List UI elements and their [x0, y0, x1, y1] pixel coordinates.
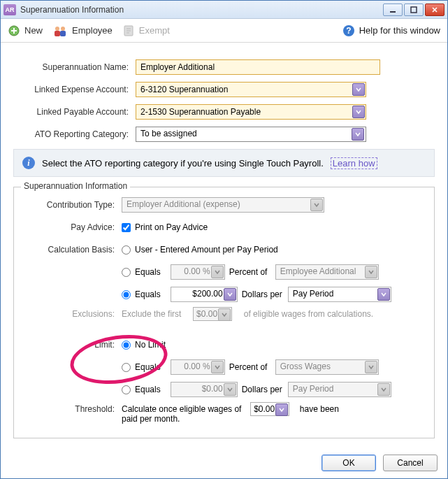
dollars-per-select[interactable]: Pay Period — [288, 287, 391, 302]
svg-rect-4 — [55, 31, 60, 36]
chevron-down-icon[interactable] — [224, 288, 236, 301]
threshold-amount-input[interactable]: $0.00 — [250, 402, 289, 416]
app-icon: AR — [3, 4, 16, 15]
chevron-down-icon[interactable] — [352, 106, 365, 118]
linked-expense-label: Linked Expense Account: — [13, 85, 136, 94]
limit-percent-input: 0.00 % — [171, 359, 225, 375]
exclude-first-text: Exclude the first — [122, 309, 181, 319]
svg-text:?: ? — [346, 26, 351, 36]
svg-rect-1 — [411, 7, 417, 13]
calc-user-label: User - Entered Amount per Pay Period — [135, 245, 278, 255]
no-limit-radio[interactable]: No Limit — [122, 340, 166, 350]
cancel-button[interactable]: Cancel — [383, 455, 438, 471]
chevron-down-icon — [211, 361, 224, 373]
ato-value: To be assigned — [140, 129, 197, 138]
exclude-amount-input: $0.00 — [193, 307, 232, 321]
radio-limit-pct[interactable] — [122, 363, 131, 372]
threshold-text-1: Calculate once eligible wages of — [122, 404, 241, 414]
exclude-suffix: of eligible wages from calculations. — [244, 309, 373, 319]
limit-percent-of-label: Percent of — [225, 362, 275, 372]
percent-of-select: Employee Additional — [275, 264, 379, 280]
chevron-down-icon — [377, 383, 390, 396]
new-button[interactable]: New — [8, 24, 43, 37]
help-button[interactable]: ? Help for this window — [342, 24, 440, 37]
info-icon: i — [22, 157, 35, 169]
footer: OK Cancel — [321, 455, 438, 471]
titlebar: AR Superannuation Information — [1, 1, 447, 19]
help-label: Help for this window — [359, 25, 440, 36]
radio-equals-pct[interactable] — [122, 268, 131, 277]
chevron-down-icon[interactable] — [377, 288, 390, 301]
close-button[interactable] — [425, 3, 445, 16]
equals-lbl-1: Equals — [135, 267, 161, 277]
info-banner: i Select the ATO reporting category if y… — [13, 149, 435, 177]
linked-payable-input[interactable] — [136, 104, 366, 120]
print-check-label: Print on Pay Advice — [135, 222, 208, 232]
chevron-down-icon — [365, 266, 377, 278]
chevron-down-icon[interactable] — [275, 403, 288, 416]
threshold-text-3: paid per month. — [122, 414, 180, 424]
limit-dollars-per-label: Dollars per — [238, 385, 288, 394]
limit-equals-pct-radio[interactable]: Equals — [122, 362, 161, 372]
employee-button[interactable]: Employee — [52, 24, 113, 37]
maximize-button[interactable] — [404, 3, 424, 16]
plus-icon — [8, 24, 20, 37]
svg-point-5 — [61, 27, 65, 31]
pay-advice-label: Pay Advice: — [24, 222, 122, 232]
print-checkbox[interactable] — [122, 223, 131, 232]
super-info-group: Superannuation Information Contribution … — [13, 187, 435, 438]
radio-equals-amt[interactable] — [122, 290, 131, 299]
threshold-label: Threshold: — [24, 404, 122, 414]
equals-lbl-3: Equals — [135, 362, 161, 372]
limit-equals-amt-radio[interactable]: Equals — [122, 385, 161, 394]
contribution-type-label: Contribution Type: — [24, 200, 122, 210]
new-label: New — [24, 25, 43, 36]
exempt-label: Exempt — [139, 25, 170, 36]
amount-input[interactable]: $200.00 — [171, 287, 238, 302]
threshold-text-2: have been — [300, 404, 339, 414]
print-on-pay-advice-checkbox[interactable]: Print on Pay Advice — [122, 222, 208, 232]
svg-rect-6 — [60, 31, 66, 36]
chevron-down-icon[interactable] — [352, 83, 365, 96]
contribution-type-select: Employer Additional (expense) — [122, 197, 324, 213]
limit-label: Limit: — [24, 340, 122, 350]
limit-percent-of-select: Gross Wages — [275, 359, 379, 375]
contribution-type-value: Employer Additional (expense) — [127, 199, 240, 209]
no-limit-label: No Limit — [135, 340, 166, 350]
banner-text: Select the ATO reporting category if you… — [42, 158, 324, 169]
radio-user[interactable] — [122, 245, 131, 255]
calc-equals-amt-radio[interactable]: Equals — [122, 289, 161, 299]
equals-lbl-4: Equals — [135, 385, 161, 394]
chevron-down-icon[interactable] — [352, 128, 364, 141]
exempt-icon — [122, 24, 135, 37]
chevron-down-icon — [224, 383, 236, 396]
exclusions-label: Exclusions: — [24, 309, 122, 319]
people-icon — [52, 24, 68, 37]
calc-equals-pct-radio[interactable]: Equals — [122, 267, 161, 277]
linked-expense-input[interactable] — [136, 82, 366, 97]
group-legend: Superannuation Information — [21, 181, 130, 191]
minimize-button[interactable] — [383, 3, 403, 16]
ato-category-select[interactable]: To be assigned — [136, 127, 366, 142]
calc-user-radio[interactable]: User - Entered Amount per Pay Period — [122, 245, 278, 255]
superannuation-name-input[interactable] — [136, 59, 380, 75]
radio-limit-amt[interactable] — [122, 385, 131, 394]
chevron-down-icon — [218, 308, 231, 321]
learn-how-link[interactable]: Learn how — [331, 157, 377, 169]
calc-basis-label: Calculation Basis: — [24, 245, 122, 255]
chevron-down-icon — [365, 361, 377, 373]
radio-no-limit[interactable] — [122, 341, 131, 350]
toolbar: New Employee Exempt ? Help for this wind… — [1, 19, 447, 43]
chevron-down-icon — [211, 266, 224, 278]
limit-amount-input: $0.00 — [171, 382, 238, 397]
limit-dollars-per-select: Pay Period — [288, 382, 391, 397]
ato-label: ATO Reporting Category: — [13, 129, 136, 139]
percent-input: 0.00 % — [171, 264, 225, 280]
equals-lbl-2: Equals — [135, 289, 161, 299]
chevron-down-icon — [310, 199, 323, 211]
svg-point-3 — [55, 27, 59, 31]
exempt-button[interactable]: Exempt — [122, 24, 170, 37]
ok-button[interactable]: OK — [321, 455, 376, 471]
svg-rect-0 — [390, 11, 396, 13]
employee-label: Employee — [72, 25, 113, 36]
